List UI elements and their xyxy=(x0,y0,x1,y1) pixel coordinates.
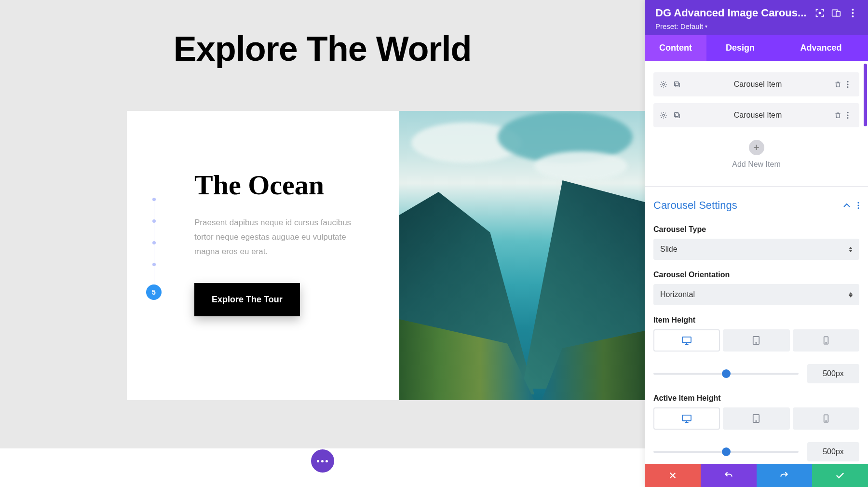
svg-rect-13 xyxy=(676,114,679,118)
select-value: Horizontal xyxy=(660,290,695,299)
page-title: Explore The World xyxy=(0,29,645,68)
add-item-label: Add New Item xyxy=(653,160,859,169)
save-button[interactable] xyxy=(812,464,868,487)
more-icon[interactable] xyxy=(847,81,854,88)
svg-point-9 xyxy=(847,81,848,82)
svg-point-10 xyxy=(847,83,848,85)
svg-point-6 xyxy=(663,83,665,85)
svg-rect-14 xyxy=(675,113,678,117)
svg-rect-8 xyxy=(675,82,678,86)
svg-point-15 xyxy=(847,112,848,113)
tab-design[interactable]: Design xyxy=(706,35,774,61)
carousel-preview: 5 The Ocean Praesent dapibus neque id cu… xyxy=(127,111,645,400)
active-item-height-value[interactable]: 500px xyxy=(807,442,859,461)
svg-rect-2 xyxy=(836,12,840,16)
item-height-slider[interactable] xyxy=(653,369,799,379)
scrollbar-thumb[interactable] xyxy=(864,64,867,126)
preset-label: Preset: Default xyxy=(655,22,703,30)
carousel-pagination: 5 xyxy=(146,198,162,300)
device-phone[interactable] xyxy=(793,329,859,352)
select-caret-icon xyxy=(849,247,853,252)
orientation-select[interactable]: Horizontal xyxy=(653,284,859,305)
add-item-button[interactable]: + xyxy=(749,140,764,155)
trash-icon[interactable] xyxy=(834,111,841,119)
pagination-dot[interactable] xyxy=(152,263,156,266)
more-icon[interactable] xyxy=(847,111,854,119)
svg-point-4 xyxy=(852,12,854,14)
carousel-image xyxy=(399,111,645,400)
gear-icon[interactable] xyxy=(659,80,668,89)
chevron-down-icon: ▾ xyxy=(705,24,707,29)
duplicate-icon[interactable] xyxy=(673,111,681,120)
more-icon[interactable] xyxy=(857,202,859,209)
tab-advanced[interactable]: Advanced xyxy=(774,35,868,61)
builder-fab-button[interactable] xyxy=(311,449,334,473)
svg-point-18 xyxy=(857,202,859,203)
responsive-icon[interactable] xyxy=(831,8,841,18)
section-header[interactable]: Carousel Settings xyxy=(653,187,859,215)
more-icon[interactable] xyxy=(848,8,857,18)
carousel-body-text: Praesent dapibus neque id cursus faucibu… xyxy=(194,216,353,259)
editor-canvas: Explore The World 5 The Ocean Praesent d… xyxy=(0,0,645,487)
carousel-text-pane: 5 The Ocean Praesent dapibus neque id cu… xyxy=(127,111,399,400)
svg-point-25 xyxy=(826,342,827,343)
settings-tabs: Content Design Advanced xyxy=(645,35,868,61)
pagination-dot[interactable] xyxy=(152,198,156,201)
focus-icon[interactable] xyxy=(815,8,825,18)
svg-rect-7 xyxy=(676,83,679,87)
panel-body[interactable]: Carousel Item Carousel Item xyxy=(645,61,868,464)
gear-icon[interactable] xyxy=(659,111,668,120)
device-tablet[interactable] xyxy=(723,329,789,352)
undo-button[interactable] xyxy=(701,464,757,487)
field-label-orientation: Carousel Orientation xyxy=(653,271,859,279)
section-title: Carousel Settings xyxy=(653,199,836,212)
preset-selector[interactable]: Preset: Default ▾ xyxy=(655,22,857,30)
explore-button[interactable]: Explore The Tour xyxy=(194,283,300,316)
svg-point-12 xyxy=(663,114,665,116)
panel-header: DG Advanced Image Carous... Preset: Defa… xyxy=(645,0,868,35)
svg-rect-21 xyxy=(682,337,691,343)
svg-point-20 xyxy=(857,207,859,209)
redo-button[interactable] xyxy=(757,464,813,487)
carousel-item-label: Carousel Item xyxy=(681,111,834,120)
duplicate-icon[interactable] xyxy=(673,80,681,89)
svg-point-28 xyxy=(756,420,757,421)
field-label-item-height: Item Height xyxy=(653,316,859,325)
field-label-carousel-type: Carousel Type xyxy=(653,225,859,234)
field-label-active-item-height: Active Item Height xyxy=(653,394,859,403)
trash-icon[interactable] xyxy=(834,81,841,88)
svg-point-5 xyxy=(852,15,854,17)
tab-content[interactable]: Content xyxy=(645,35,706,61)
active-item-height-slider[interactable] xyxy=(653,447,799,457)
svg-point-17 xyxy=(847,117,848,119)
svg-point-16 xyxy=(847,114,848,116)
svg-point-0 xyxy=(819,12,820,14)
carousel-item-label: Carousel Item xyxy=(681,80,834,89)
device-phone[interactable] xyxy=(793,407,859,430)
pagination-dot[interactable] xyxy=(152,219,156,223)
device-tabs-item-height xyxy=(653,329,859,352)
svg-point-11 xyxy=(847,86,848,88)
svg-point-19 xyxy=(857,204,859,206)
pagination-dot[interactable] xyxy=(152,241,156,244)
carousel-heading: The Ocean xyxy=(194,169,399,201)
chevron-up-icon[interactable] xyxy=(843,203,851,208)
svg-point-3 xyxy=(852,9,854,11)
item-height-value[interactable]: 500px xyxy=(807,364,859,383)
device-tablet[interactable] xyxy=(723,407,789,430)
carousel-item-row[interactable]: Carousel Item xyxy=(653,72,859,96)
close-button[interactable] xyxy=(645,464,701,487)
device-desktop[interactable] xyxy=(653,329,720,352)
pagination-dot-active[interactable]: 5 xyxy=(146,284,162,300)
settings-panel: DG Advanced Image Carous... Preset: Defa… xyxy=(645,0,868,487)
svg-point-23 xyxy=(756,342,757,343)
carousel-item-row[interactable]: Carousel Item xyxy=(653,103,859,127)
carousel-type-select[interactable]: Slide xyxy=(653,239,859,260)
panel-footer xyxy=(645,464,868,487)
device-desktop[interactable] xyxy=(653,407,720,430)
svg-rect-26 xyxy=(682,415,691,421)
device-tabs-active-item-height xyxy=(653,407,859,430)
select-value: Slide xyxy=(660,245,678,254)
select-caret-icon xyxy=(849,292,853,298)
svg-point-30 xyxy=(826,420,827,421)
